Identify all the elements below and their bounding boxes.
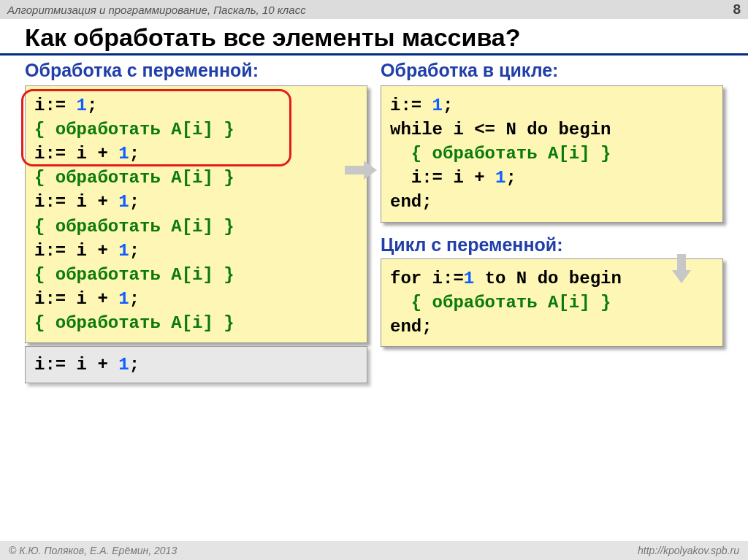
right-codebox-while: i:= 1; while i <= N do begin { обработат… [381,85,723,223]
svg-marker-0 [345,161,377,180]
footer-bar: © К.Ю. Поляков, Е.А. Ерёмин, 2013 http:/… [0,541,748,560]
left-codebox: i:= 1; { обработать A[i] } i:= i + 1; { … [25,85,367,343]
right-column: Обработка в цикле: i:= 1; while i <= N d… [381,60,723,395]
course-title: Алгоритмизация и программирование, Паска… [7,4,306,16]
arrow-right-icon [345,159,377,181]
page-number: 8 [733,1,741,18]
content-area: Обработка с переменной: i:= 1; { обработ… [0,55,748,395]
header-bar: Алгоритмизация и программирование, Паска… [0,0,748,19]
slide-title: Как обработать все элементы массива? [0,19,748,55]
left-heading: Обработка с переменной: [25,60,367,81]
footer-copyright: © К.Ю. Поляков, Е.А. Ерёмин, 2013 [9,545,177,556]
right-heading: Обработка в цикле: [381,60,723,81]
footer-url: http://kpolyakov.spb.ru [638,545,739,556]
left-extra-codebox: i:= i + 1; [25,346,367,383]
left-column: Обработка с переменной: i:= 1; { обработ… [25,60,367,395]
arrow-down-icon [671,254,692,283]
svg-marker-1 [672,254,691,283]
for-heading: Цикл с переменной: [381,234,723,256]
